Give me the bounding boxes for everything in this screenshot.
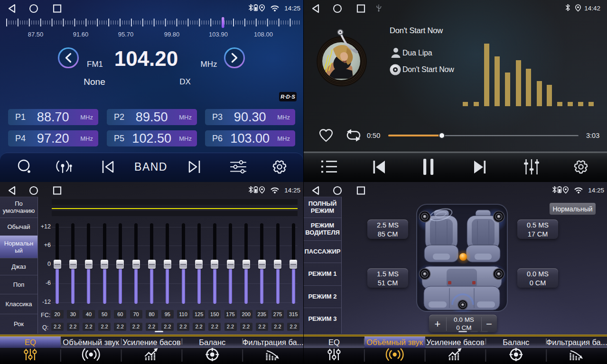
svg-text:14:25: 14:25 [588, 187, 604, 194]
svg-text:14:25: 14:25 [284, 187, 300, 194]
svg-text:BAND: BAND [134, 161, 168, 173]
